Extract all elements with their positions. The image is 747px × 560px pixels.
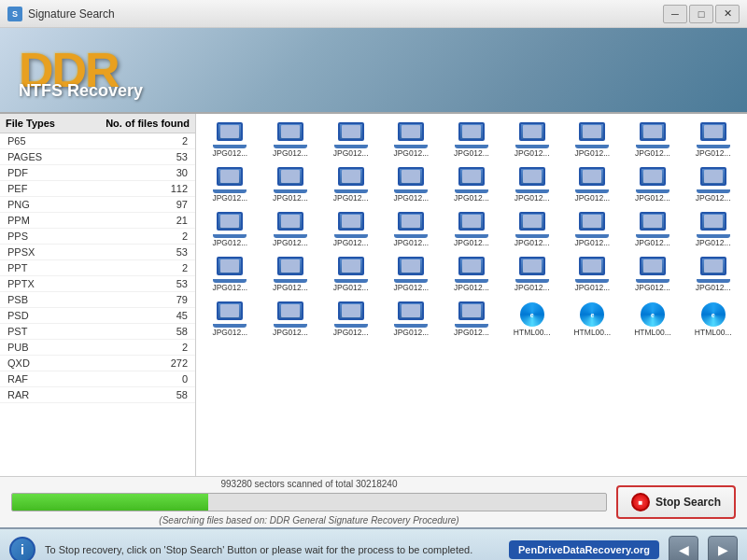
file-type-row[interactable]: QXD272 xyxy=(0,356,195,371)
list-item[interactable]: e HTML00... xyxy=(502,298,561,341)
list-item[interactable]: JPG012... xyxy=(261,119,320,161)
file-type-row[interactable]: PNG97 xyxy=(0,197,195,213)
file-base xyxy=(334,324,368,328)
list-item[interactable]: JPG012... xyxy=(201,163,260,206)
file-type-row[interactable]: PPS2 xyxy=(0,229,195,245)
file-screen xyxy=(277,212,303,231)
stop-search-button[interactable]: Stop Search xyxy=(616,485,736,519)
file-item-label: JPG012... xyxy=(333,328,369,337)
close-button[interactable]: ✕ xyxy=(715,5,740,23)
file-screen xyxy=(398,122,424,141)
list-item[interactable]: e HTML00... xyxy=(684,298,742,341)
list-item[interactable]: JPG012... xyxy=(443,119,501,161)
jpg-file-icon xyxy=(274,122,307,148)
list-item[interactable]: JPG012... xyxy=(684,163,742,206)
list-item[interactable]: JPG012... xyxy=(624,253,683,296)
jpg-file-icon xyxy=(636,122,669,148)
file-item-label: JPG012... xyxy=(393,283,429,292)
file-screen xyxy=(217,301,243,320)
file-type-list[interactable]: P652PAGES53PDF30PEF112PNG97PPM21PPS2PPSX… xyxy=(0,133,195,476)
list-item[interactable]: JPG012... xyxy=(684,253,742,296)
list-item[interactable]: JPG012... xyxy=(624,119,683,161)
back-button[interactable]: ◀ xyxy=(669,536,698,561)
file-type-row[interactable]: P652 xyxy=(0,133,195,149)
list-item[interactable]: JPG012... xyxy=(201,119,260,161)
screen-inner xyxy=(523,215,542,228)
jpg-file-icon xyxy=(636,212,669,238)
list-item[interactable]: JPG012... xyxy=(563,253,622,296)
file-base xyxy=(274,279,307,283)
list-item[interactable]: JPG012... xyxy=(502,208,561,251)
list-item[interactable]: JPG012... xyxy=(443,253,501,296)
jpg-file-icon xyxy=(697,122,730,148)
list-item[interactable]: JPG012... xyxy=(382,253,441,296)
file-type-row[interactable]: PDF30 xyxy=(0,165,195,181)
file-type-row[interactable]: PSB79 xyxy=(0,292,195,308)
file-type-row[interactable]: PPSX53 xyxy=(0,245,195,260)
list-item[interactable]: JPG012... xyxy=(201,253,260,296)
file-type-row[interactable]: PSD45 xyxy=(0,308,195,324)
file-base xyxy=(213,189,247,193)
list-item[interactable]: JPG012... xyxy=(382,119,441,161)
file-type-row[interactable]: PST58 xyxy=(0,324,195,340)
website-badge[interactable]: PenDriveDataRecovery.org xyxy=(509,540,659,559)
file-base xyxy=(575,189,609,193)
list-item[interactable]: JPG012... xyxy=(261,298,320,341)
file-type-count: 30 xyxy=(176,167,188,178)
list-item[interactable]: JPG012... xyxy=(321,163,380,206)
list-item[interactable]: JPG012... xyxy=(563,119,622,161)
list-item[interactable]: JPG012... xyxy=(201,208,260,251)
file-type-count: 2 xyxy=(182,231,188,242)
list-item[interactable]: JPG012... xyxy=(382,208,441,251)
list-item[interactable]: JPG012... xyxy=(261,163,320,206)
list-item[interactable]: JPG012... xyxy=(443,208,501,251)
file-type-row[interactable]: PEF112 xyxy=(0,181,195,197)
file-screen xyxy=(579,167,605,186)
file-base xyxy=(274,324,307,328)
file-base xyxy=(455,234,488,238)
screen-inner xyxy=(583,259,601,273)
list-item[interactable]: JPG012... xyxy=(321,208,380,251)
list-item[interactable]: JPG012... xyxy=(443,298,501,341)
file-type-row[interactable]: RAF0 xyxy=(0,371,195,387)
list-item[interactable]: JPG012... xyxy=(321,298,380,341)
list-item[interactable]: JPG012... xyxy=(321,253,380,296)
list-item[interactable]: JPG012... xyxy=(684,119,742,161)
file-type-row[interactable]: PAGES53 xyxy=(0,149,195,165)
file-type-row[interactable]: PUB2 xyxy=(0,340,195,356)
list-item[interactable]: JPG012... xyxy=(502,253,561,296)
list-item[interactable]: JPG012... xyxy=(624,208,683,251)
list-item[interactable]: e HTML00... xyxy=(563,298,622,341)
minimize-button[interactable]: ─ xyxy=(663,5,687,23)
bottom-bar: i To Stop recovery, click on 'Stop Searc… xyxy=(0,527,747,560)
list-item[interactable]: JPG012... xyxy=(321,119,380,161)
maximize-button[interactable]: □ xyxy=(689,5,713,23)
file-type-row[interactable]: PPTX53 xyxy=(0,276,195,292)
list-item[interactable]: JPG012... xyxy=(684,208,742,251)
screen-inner xyxy=(583,125,601,138)
file-type-name: RAF xyxy=(7,373,28,385)
file-screen xyxy=(277,257,303,275)
list-item[interactable]: JPG012... xyxy=(563,208,622,251)
file-grid-panel[interactable]: JPG012... JPG012... JPG012... xyxy=(196,114,747,476)
file-type-count: 2 xyxy=(182,342,188,353)
file-type-row[interactable]: PPT2 xyxy=(0,260,195,276)
list-item[interactable]: JPG012... xyxy=(261,253,320,296)
forward-button[interactable]: ▶ xyxy=(708,536,738,561)
list-item[interactable]: JPG012... xyxy=(443,163,501,206)
list-item[interactable]: JPG012... xyxy=(563,163,622,206)
file-type-row[interactable]: PPM21 xyxy=(0,213,195,229)
file-base xyxy=(213,145,247,148)
list-item[interactable]: JPG012... xyxy=(201,298,260,341)
col-file-types: File Types xyxy=(6,118,55,129)
list-item[interactable]: JPG012... xyxy=(382,298,441,341)
file-base xyxy=(455,189,488,193)
list-item[interactable]: e HTML00... xyxy=(624,298,683,341)
list-item[interactable]: JPG012... xyxy=(502,119,561,161)
list-item[interactable]: JPG012... xyxy=(624,163,683,206)
list-item[interactable]: JPG012... xyxy=(261,208,320,251)
list-item[interactable]: JPG012... xyxy=(502,163,561,206)
file-type-row[interactable]: RAR58 xyxy=(0,387,195,403)
list-item[interactable]: JPG012... xyxy=(382,163,441,206)
jpg-file-icon xyxy=(515,122,549,148)
